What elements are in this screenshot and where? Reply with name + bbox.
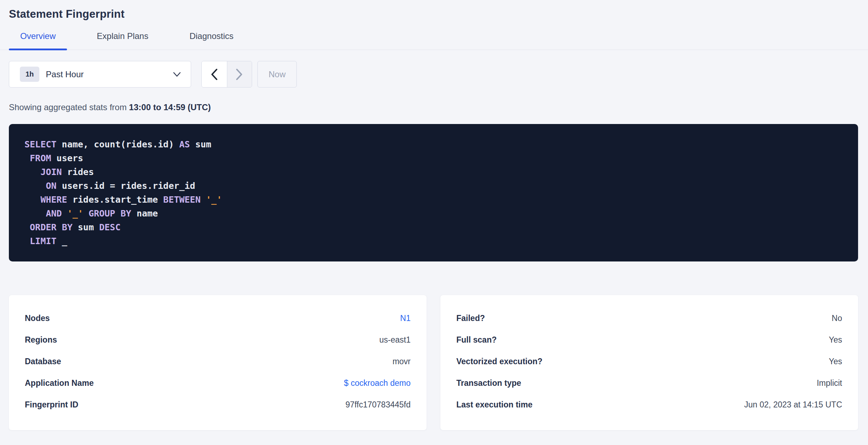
next-time-button[interactable] xyxy=(227,61,252,87)
stat-value: 97ffc170783445fd xyxy=(345,400,411,410)
stat-label: Regions xyxy=(25,335,57,345)
stat-row: NodesN1 xyxy=(25,308,411,329)
stat-row: Databasemovr xyxy=(25,351,411,372)
stat-value: Implicit xyxy=(817,378,842,388)
stat-value: No xyxy=(832,314,842,323)
stat-label: Database xyxy=(25,357,61,366)
time-step-group xyxy=(201,61,252,88)
sql-box: SELECT name, count(rides.id) AS sum FROM… xyxy=(9,124,858,261)
stat-row: Fingerprint ID97ffc170783445fd xyxy=(25,394,411,416)
tabbar: Overview Explain Plans Diagnostics xyxy=(0,31,868,50)
stat-label: Vectorized execution? xyxy=(456,357,542,366)
page-title: Statement Fingerprint xyxy=(0,0,868,21)
time-range-select[interactable]: 1h Past Hour xyxy=(9,61,191,88)
stat-value-link[interactable]: $ cockroach demo xyxy=(344,378,411,388)
sql-line: AND '_' GROUP BY name xyxy=(24,207,842,220)
prev-time-button[interactable] xyxy=(202,61,227,87)
stat-row: Transaction typeImplicit xyxy=(456,372,842,394)
chevron-right-icon xyxy=(235,68,243,80)
stat-row: Failed?No xyxy=(456,308,842,329)
card-left: NodesN1Regionsus-east1DatabasemovrApplic… xyxy=(9,295,427,430)
stat-label: Nodes xyxy=(25,314,50,323)
time-range-badge: 1h xyxy=(20,67,39,82)
stat-value: Yes xyxy=(829,335,842,345)
stat-value: movr xyxy=(393,357,411,366)
stat-row: Vectorized execution?Yes xyxy=(456,351,842,372)
card-right: Failed?NoFull scan?YesVectorized executi… xyxy=(440,295,858,430)
tab-explain-plans[interactable]: Explain Plans xyxy=(85,31,160,50)
stat-row: Application Name$ cockroach demo xyxy=(25,372,411,394)
stat-value-link[interactable]: N1 xyxy=(400,314,411,323)
stat-row: Full scan?Yes xyxy=(456,329,842,351)
now-button[interactable]: Now xyxy=(257,61,297,88)
stat-cards: NodesN1Regionsus-east1DatabasemovrApplic… xyxy=(9,295,859,430)
tab-overview[interactable]: Overview xyxy=(9,31,67,50)
stat-value: us-east1 xyxy=(379,335,411,345)
sql-line: ON users.id = rides.rider_id xyxy=(24,179,842,193)
chevron-left-icon xyxy=(210,68,218,80)
stat-row: Last execution timeJun 02, 2023 at 14:15… xyxy=(456,394,842,416)
stat-label: Fingerprint ID xyxy=(25,400,78,410)
stat-label: Last execution time xyxy=(456,400,533,410)
sql-line: JOIN rides xyxy=(24,165,842,179)
stat-label: Transaction type xyxy=(456,378,521,388)
stats-range: 13:00 to 14:59 (UTC) xyxy=(129,102,211,112)
stat-label: Application Name xyxy=(25,378,94,388)
stat-label: Full scan? xyxy=(456,335,497,345)
aggregated-stats-line: Showing aggregated stats from 13:00 to 1… xyxy=(9,102,868,112)
stat-label: Failed? xyxy=(456,314,485,323)
sql-line: SELECT name, count(rides.id) AS sum xyxy=(24,137,842,151)
sql-line: ORDER BY sum DESC xyxy=(24,220,842,234)
stat-row: Regionsus-east1 xyxy=(25,329,411,351)
time-controls: 1h Past Hour Now xyxy=(9,61,868,88)
stat-value: Jun 02, 2023 at 14:15 UTC xyxy=(744,400,842,410)
sql-line: FROM users xyxy=(24,151,842,165)
stat-value: Yes xyxy=(829,357,842,366)
sql-line: LIMIT _ xyxy=(24,234,842,248)
tab-diagnostics[interactable]: Diagnostics xyxy=(178,31,245,50)
sql-line: WHERE rides.start_time BETWEEN '_' xyxy=(24,193,842,207)
stats-prefix: Showing aggregated stats from xyxy=(9,102,129,112)
chevron-down-icon xyxy=(173,72,181,77)
time-range-label: Past Hour xyxy=(46,69,173,79)
